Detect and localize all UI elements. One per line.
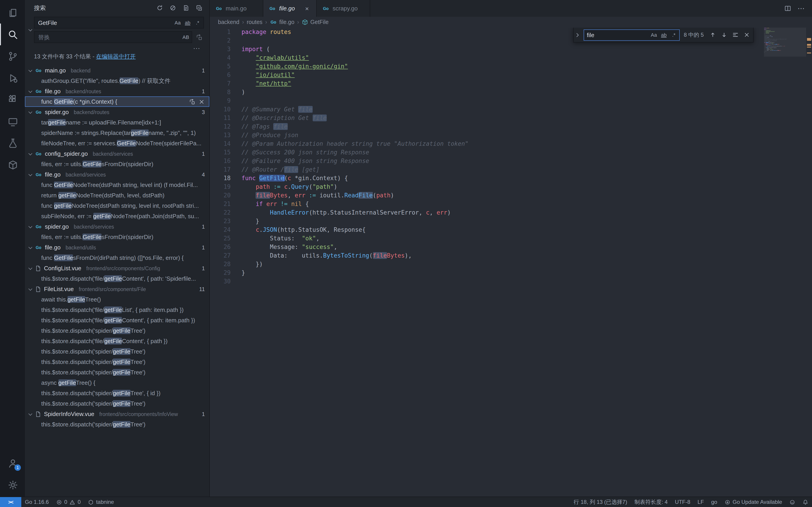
code-line[interactable] bbox=[242, 277, 468, 286]
code-line[interactable]: Status: "ok", bbox=[242, 234, 468, 243]
code-line[interactable]: // @Router /file [get] bbox=[242, 165, 468, 174]
code-line[interactable]: } bbox=[242, 217, 468, 225]
code-line[interactable]: package routes bbox=[242, 27, 468, 36]
code-line[interactable]: "crawlab/utils" bbox=[242, 53, 468, 62]
status-language[interactable]: go bbox=[708, 497, 721, 507]
code-line[interactable]: func GetFile(c *gin.Context) { bbox=[242, 174, 468, 182]
dismiss-match-icon[interactable] bbox=[198, 99, 205, 105]
search-result-match-row[interactable]: this.$store.dispatch('file/getFileList',… bbox=[25, 305, 209, 315]
tab-scrapy.go[interactable]: Goscrapy.go bbox=[317, 0, 370, 17]
search-result-match-row[interactable]: files, err := utils.GetFilesFromDir(spid… bbox=[25, 232, 209, 242]
code-line[interactable]: ) bbox=[242, 88, 468, 97]
accounts-button[interactable]: 1 bbox=[0, 452, 25, 474]
search-result-file-row[interactable]: ConfigList.vuefrontend/src/components/Co… bbox=[25, 263, 209, 273]
minimap[interactable]: package routesimport ( "crawlab/utils" "… bbox=[764, 27, 806, 132]
find-input[interactable] bbox=[587, 32, 649, 38]
breadcrumb-item-file.go[interactable]: Gofile.go bbox=[270, 18, 295, 26]
search-result-match-row[interactable]: authGroup.GET("/file", routes.GetFile) /… bbox=[25, 75, 209, 86]
line-number[interactable]: 10 bbox=[210, 105, 231, 114]
status-cursor-position[interactable]: 行 18, 列 13 (已选择7) bbox=[570, 497, 631, 507]
search-result-file-row[interactable]: SpiderInfoView.vuefrontend/src/component… bbox=[25, 409, 209, 419]
code-line[interactable]: "io/ioutil" bbox=[242, 71, 468, 79]
line-number[interactable]: 25 bbox=[210, 234, 231, 243]
line-number[interactable]: 1 bbox=[210, 27, 231, 36]
find-in-selection-button[interactable] bbox=[730, 30, 740, 40]
close-tab-icon[interactable]: × bbox=[303, 5, 311, 12]
line-number[interactable]: 20 bbox=[210, 191, 231, 200]
code-line[interactable]: // @Success 200 json string Response bbox=[242, 148, 468, 157]
code-line[interactable]: // @Description Get file bbox=[242, 114, 468, 122]
feedback-button[interactable] bbox=[786, 497, 799, 507]
search-input[interactable] bbox=[38, 19, 173, 26]
status-indentation[interactable]: 制表符长度: 4 bbox=[631, 497, 671, 507]
code-lines[interactable]: package routesimport ( "crawlab/utils" "… bbox=[231, 27, 468, 497]
status-encoding[interactable]: UTF-8 bbox=[671, 497, 694, 507]
code-line[interactable]: c.JSON(http.StatusOK, Response{ bbox=[242, 225, 468, 234]
status-go-update[interactable]: Go Update Available bbox=[721, 497, 786, 507]
search-result-match-row[interactable]: this.$store.dispatch('spider/getFileTree… bbox=[25, 398, 209, 409]
search-result-match-row[interactable]: this.$store.dispatch('spider/getFileTree… bbox=[25, 346, 209, 357]
search-result-match-row[interactable]: targetFilename := uploadFile.Filename[id… bbox=[25, 117, 209, 128]
search-result-match-row[interactable]: this.$store.dispatch('spider/getFileTree… bbox=[25, 388, 209, 398]
code-line[interactable]: import ( bbox=[242, 45, 468, 53]
line-number[interactable]: 3 bbox=[210, 45, 231, 53]
line-number[interactable]: 7 bbox=[210, 79, 231, 88]
clear-search-results-button[interactable] bbox=[168, 4, 177, 12]
open-in-editor-link[interactable]: 在编辑器中打开 bbox=[96, 53, 136, 60]
status-problems[interactable]: 0 0 bbox=[52, 497, 84, 507]
search-result-match-row[interactable]: this.$store.dispatch('spider/getFileTree… bbox=[25, 367, 209, 378]
regex-toggle[interactable]: .* bbox=[193, 18, 202, 27]
split-editor-button[interactable] bbox=[784, 5, 791, 12]
line-number[interactable]: 5 bbox=[210, 62, 231, 71]
match-case-toggle[interactable]: Aa bbox=[173, 18, 182, 27]
search-result-match-row[interactable]: return getFileNodeTree(dstPath, level, d… bbox=[25, 190, 209, 201]
toggle-search-details-button[interactable]: ... bbox=[25, 43, 209, 48]
code-line[interactable]: fileBytes, err := ioutil.ReadFile(path) bbox=[242, 191, 468, 200]
breadcrumb-item-backend[interactable]: backend bbox=[218, 19, 240, 25]
code-line[interactable]: "net/http" bbox=[242, 79, 468, 88]
search-result-match-row[interactable]: spiderName := strings.Replace(targetFile… bbox=[25, 128, 209, 138]
previous-match-button[interactable] bbox=[708, 30, 717, 40]
search-result-file-row[interactable]: Gofile.gobackend/services4 bbox=[25, 169, 209, 180]
run-debug-button[interactable] bbox=[0, 67, 25, 89]
code-line[interactable]: if err != nil { bbox=[242, 200, 468, 208]
line-number[interactable]: 29 bbox=[210, 269, 231, 277]
line-number[interactable]: 14 bbox=[210, 139, 231, 148]
line-number[interactable]: 12 bbox=[210, 122, 231, 131]
line-number[interactable]: 6 bbox=[210, 71, 231, 79]
line-number[interactable]: 19 bbox=[210, 182, 231, 191]
remote-indicator[interactable]: >< bbox=[0, 497, 21, 507]
code-line[interactable]: }) bbox=[242, 260, 468, 269]
refresh-button[interactable] bbox=[155, 4, 164, 12]
next-match-button[interactable] bbox=[719, 30, 729, 40]
line-number[interactable]: 21 bbox=[210, 200, 231, 208]
explorer-button[interactable] bbox=[0, 2, 25, 23]
remote-explorer-button[interactable] bbox=[0, 110, 25, 132]
code-line[interactable]: Message: "success", bbox=[242, 243, 468, 251]
minimap-slider[interactable] bbox=[764, 27, 806, 57]
code-line[interactable]: // @Failure 400 json string Response bbox=[242, 157, 468, 165]
search-result-match-row[interactable]: func getFileNodeTree(dstPath string, lev… bbox=[25, 201, 209, 211]
close-find-widget-button[interactable] bbox=[742, 30, 751, 40]
open-new-search-editor-button[interactable] bbox=[182, 4, 190, 12]
replace-match-icon[interactable] bbox=[189, 99, 195, 105]
preserve-case-toggle[interactable]: AB bbox=[181, 33, 190, 42]
line-number[interactable]: 27 bbox=[210, 251, 231, 260]
search-result-file-row[interactable]: FileList.vuefrontend/src/components/File… bbox=[25, 284, 209, 294]
search-result-file-row[interactable]: Gofile.gobackend/utils1 bbox=[25, 242, 209, 252]
search-result-file-row[interactable]: Gospider.gobackend/services1 bbox=[25, 221, 209, 232]
breadcrumb-item-routes[interactable]: routes bbox=[247, 19, 263, 25]
testing-button[interactable] bbox=[0, 132, 25, 154]
search-result-match-row[interactable]: this.$store.dispatch('file/getFileConten… bbox=[25, 336, 209, 346]
line-number[interactable]: 17 bbox=[210, 165, 231, 174]
status-go-version[interactable]: Go 1.16.6 bbox=[21, 497, 52, 507]
search-result-match-row[interactable]: this.$store.dispatch('spider/getFileTree… bbox=[25, 357, 209, 367]
search-button[interactable] bbox=[0, 23, 25, 45]
settings-button[interactable] bbox=[0, 474, 25, 496]
status-tabnine[interactable]: tabnine bbox=[84, 497, 117, 507]
line-number[interactable]: 4 bbox=[210, 53, 231, 62]
tab-file.go[interactable]: Gofile.go× bbox=[263, 0, 317, 17]
search-result-file-row[interactable]: Gofile.gobackend/routes1 bbox=[25, 86, 209, 97]
code-line[interactable]: // @Produce json bbox=[242, 131, 468, 139]
line-number[interactable]: 30 bbox=[210, 277, 231, 286]
